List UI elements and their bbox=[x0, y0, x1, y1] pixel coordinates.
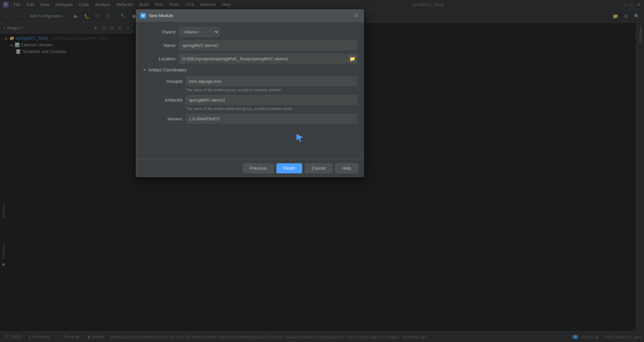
artifactid-input[interactable] bbox=[186, 95, 357, 105]
artifactid-label: ArtifactId: bbox=[150, 98, 183, 103]
artifactid-hint: The name of the artifact within the grou… bbox=[186, 107, 357, 111]
location-label: Location: bbox=[143, 56, 176, 61]
location-browse-button[interactable]: 📁 bbox=[347, 54, 357, 63]
location-row: Location: 📁 bbox=[143, 54, 357, 63]
modal-icon: M bbox=[140, 13, 146, 19]
parent-row: Parent: <None> bbox=[143, 27, 357, 37]
groupid-label: GroupId: bbox=[150, 79, 183, 84]
name-label: Name: bbox=[143, 43, 176, 48]
modal-title: New Module bbox=[149, 13, 350, 18]
version-input[interactable] bbox=[186, 114, 357, 123]
finish-button[interactable]: Finish bbox=[276, 163, 302, 173]
modal-close-button[interactable]: ✕ bbox=[353, 12, 360, 19]
section-title: Artifact Coordinates bbox=[148, 67, 186, 72]
location-input-group: 📁 bbox=[179, 54, 357, 63]
cursor-arrow bbox=[297, 134, 303, 143]
version-label: Version: bbox=[150, 116, 183, 121]
parent-label: Parent: bbox=[143, 30, 176, 35]
artifact-coordinates-content: GroupId: The name of the artifact group,… bbox=[150, 76, 357, 123]
artifactid-row: ArtifactId: bbox=[150, 95, 357, 105]
help-button[interactable]: Help bbox=[335, 163, 358, 173]
name-row: Name: bbox=[143, 41, 357, 50]
groupid-hint: The name of the artifact group, usually … bbox=[186, 88, 357, 92]
artifact-coordinates-section-header: ▼ Artifact Coordinates bbox=[143, 67, 357, 72]
svg-marker-0 bbox=[297, 134, 303, 142]
cancel-button[interactable]: Cancel bbox=[305, 163, 332, 173]
groupid-input[interactable] bbox=[186, 76, 357, 86]
previous-button[interactable]: Previous bbox=[243, 163, 274, 173]
modal-footer: Previous Finish Cancel Help bbox=[136, 159, 364, 177]
modal-body: Parent: <None> Name: Location: 📁 bbox=[136, 22, 364, 159]
modal-overlay: M New Module ✕ Parent: <None> Name: Loca… bbox=[0, 0, 644, 342]
version-row: Version: bbox=[150, 114, 357, 123]
new-module-dialog: M New Module ✕ Parent: <None> Name: Loca… bbox=[136, 9, 364, 177]
section-collapse-icon[interactable]: ▼ bbox=[143, 68, 146, 72]
name-input[interactable] bbox=[179, 41, 357, 50]
modal-header: M New Module ✕ bbox=[136, 10, 364, 22]
parent-select[interactable]: <None> bbox=[179, 27, 219, 37]
groupid-row: GroupId: bbox=[150, 76, 357, 86]
location-input[interactable] bbox=[179, 54, 346, 63]
